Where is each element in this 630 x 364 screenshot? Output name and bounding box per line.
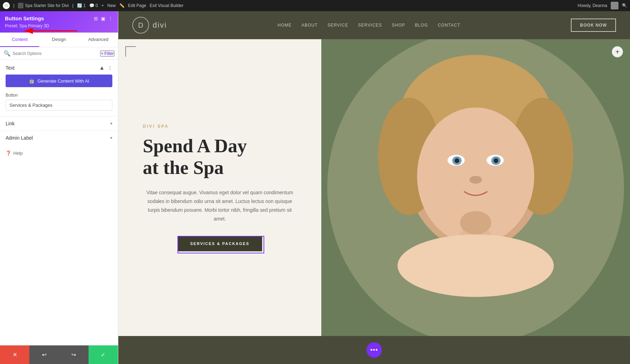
panel-header-top: Button Settings ⊞ ▣ ⋮: [5, 15, 113, 21]
link-section-row[interactable]: Link ▾: [0, 116, 118, 131]
admin-label-chevron-icon: ▾: [110, 135, 112, 140]
book-now-button[interactable]: BOOK NOW: [571, 19, 616, 32]
save-button[interactable]: ✓: [89, 345, 118, 364]
save-icon: ✓: [101, 351, 105, 358]
filter-plus-icon: +: [101, 51, 103, 56]
text-section-menu[interactable]: ⋮: [107, 65, 112, 71]
help-label: Help: [13, 150, 23, 156]
site-logo: D divi: [132, 17, 167, 34]
admin-bar-left: W | Spa Starter Site for Divi | 🔄 1 💬 0 …: [3, 2, 574, 9]
svg-point-15: [469, 176, 482, 184]
text-section-header: Text ▲ ⋮: [0, 60, 118, 75]
revisions-count[interactable]: 🔄 1: [77, 3, 86, 8]
preset-row: Preset: Spa Primary 3D: [5, 23, 113, 28]
svg-point-13: [455, 158, 459, 163]
panel-content: Text ▲ ⋮ 🤖 Generate Content With AI Butt…: [0, 60, 118, 345]
search-input[interactable]: [13, 51, 98, 56]
undo-icon: ↩: [42, 351, 47, 358]
three-dots-icon: •••: [370, 346, 378, 354]
button-field-label: Button: [6, 93, 112, 98]
text-section-collapse[interactable]: ▲: [99, 65, 105, 71]
logo-letter: D: [138, 21, 143, 29]
left-panel: Button Settings ⊞ ▣ ⋮ Preset: Spa Primar…: [0, 11, 118, 364]
edit-page-link[interactable]: Edit Page: [128, 3, 146, 8]
link-section-label: Link: [6, 121, 15, 126]
wp-logo[interactable]: W: [3, 2, 10, 9]
panel-bottom-toolbar: ✕ ↩ ↪ ✓: [0, 345, 118, 364]
filter-button[interactable]: + Filter: [100, 50, 114, 57]
hero-body: Vitae consequat augue. Vivamus eget dolo…: [143, 188, 297, 224]
exit-builder-link[interactable]: Exit Visual Builder: [150, 3, 184, 8]
hero-subtitle: DIVI SPA: [143, 124, 297, 129]
panel-title: Button Settings: [5, 15, 44, 21]
admin-label-section-label: Admin Label: [6, 135, 33, 141]
hero-left: DIVI SPA Spend A Dayat the Spa Vitae con…: [118, 39, 321, 336]
site-name[interactable]: Spa Starter Site for Divi: [25, 3, 69, 8]
panel-tabs: Content Design Advanced: [0, 33, 118, 47]
hero-right: +: [321, 39, 630, 336]
corner-mark: [125, 46, 136, 57]
hero-cta-button[interactable]: SERVICES & PACKAGES: [177, 236, 262, 251]
admin-bar-site[interactable]: Spa Starter Site for Divi: [18, 3, 69, 8]
admin-bar-right: Howdy, Deanna 🔍: [578, 2, 628, 9]
nav-services[interactable]: SERVICES: [358, 23, 382, 28]
tab-design[interactable]: Design: [39, 33, 78, 47]
svg-point-14: [493, 158, 498, 163]
button-text-input[interactable]: [6, 100, 112, 111]
panel-responsive-icon[interactable]: ⊞: [94, 16, 98, 21]
howdy-text: Howdy, Deanna: [578, 3, 608, 8]
three-dots-button[interactable]: •••: [366, 342, 382, 358]
hero-image: [321, 39, 630, 336]
help-row[interactable]: ❓ Help: [0, 145, 118, 161]
hero-title: Spend A Dayat the Spa: [143, 135, 297, 178]
panel-header: Button Settings ⊞ ▣ ⋮ Preset: Spa Primar…: [0, 11, 118, 33]
site-icon: [18, 3, 23, 8]
logo-circle: D: [132, 17, 149, 34]
admin-bar: W | Spa Starter Site for Divi | 🔄 1 💬 0 …: [0, 0, 630, 11]
panel-layout-icon[interactable]: ▣: [101, 16, 105, 21]
nav-contact[interactable]: CONTACT: [438, 23, 460, 28]
preset-label[interactable]: Preset: Spa Primary 3D: [5, 23, 49, 28]
tab-content[interactable]: Content: [0, 33, 39, 47]
admin-label-section-row[interactable]: Admin Label ▾: [0, 131, 118, 145]
nav-about[interactable]: ABOUT: [301, 23, 317, 28]
nav-home[interactable]: HOME: [278, 23, 292, 28]
nav-blog[interactable]: BLOG: [415, 23, 428, 28]
comments-count[interactable]: 💬 0: [89, 3, 98, 8]
tab-advanced[interactable]: Advanced: [79, 33, 118, 47]
ai-generate-button[interactable]: 🤖 Generate Content With AI: [6, 75, 112, 87]
user-avatar: [611, 2, 618, 9]
svg-point-17: [398, 234, 554, 297]
website-preview: D divi HOME ABOUT SERVICE SERVICES SHOP …: [118, 11, 630, 364]
undo-button[interactable]: ↩: [29, 345, 59, 364]
link-chevron-icon: ▾: [110, 121, 112, 126]
add-content-button[interactable]: +: [612, 46, 623, 57]
site-nav: D divi HOME ABOUT SERVICE SERVICES SHOP …: [118, 11, 630, 39]
hero-cta-wrapper: SERVICES & PACKAGES: [177, 236, 262, 251]
text-section-actions: ▲ ⋮: [99, 65, 112, 71]
search-icon: 🔍: [4, 50, 10, 57]
panel-search: 🔍 + Filter: [0, 47, 118, 60]
main-layout: Button Settings ⊞ ▣ ⋮ Preset: Spa Primar…: [0, 11, 630, 364]
redo-icon: ↪: [71, 351, 76, 358]
nav-shop[interactable]: SHOP: [392, 23, 405, 28]
panel-header-icons: ⊞ ▣ ⋮: [94, 16, 113, 21]
close-button[interactable]: ✕: [0, 345, 29, 364]
ai-icon: 🤖: [29, 78, 35, 84]
help-icon: ❓: [6, 150, 11, 156]
hero-section: DIVI SPA Spend A Dayat the Spa Vitae con…: [118, 39, 630, 336]
redo-button[interactable]: ↪: [59, 345, 89, 364]
new-link[interactable]: New: [107, 3, 116, 8]
panel-more-icon[interactable]: ⋮: [108, 16, 113, 21]
nav-service[interactable]: SERVICE: [328, 23, 348, 28]
footer-section: •••: [118, 336, 630, 364]
nav-links: HOME ABOUT SERVICE SERVICES SHOP BLOG CO…: [278, 23, 460, 28]
text-section-title: Text: [6, 65, 15, 71]
admin-search-icon[interactable]: 🔍: [622, 3, 627, 8]
svg-point-18: [460, 211, 491, 234]
button-field-group: Button: [0, 93, 118, 116]
logo-name: divi: [153, 21, 167, 30]
close-icon: ✕: [13, 351, 17, 358]
hero-portrait-svg: [321, 39, 630, 336]
